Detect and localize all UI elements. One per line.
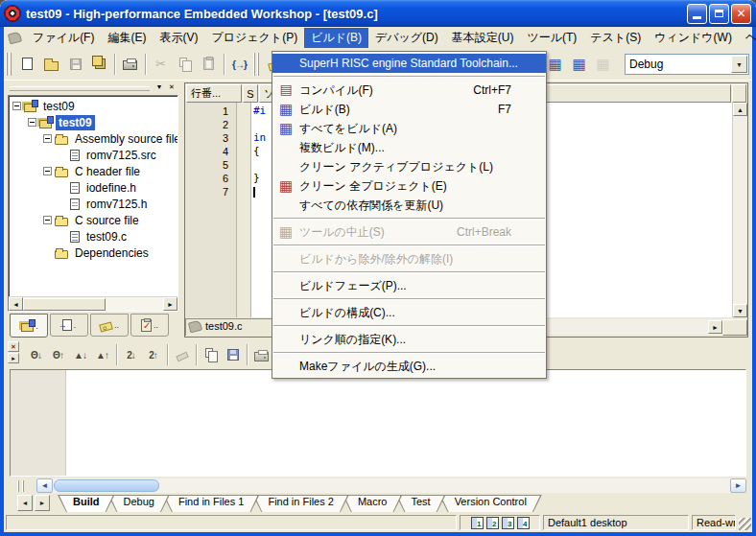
tree-expander[interactable] <box>12 102 21 110</box>
tree-item-iodefine-h[interactable]: iodefine.h <box>9 179 177 196</box>
desktop-layout-4-icon[interactable]: 4 <box>517 517 530 529</box>
desktop-layout-1-icon[interactable]: 1 <box>471 517 484 529</box>
build-menu-item[interactable]: Makeファイルの生成(G)... <box>272 357 546 376</box>
close-button[interactable]: ✕ <box>731 4 751 24</box>
scrollbar-thumb[interactable] <box>54 479 159 492</box>
panel-tab-test[interactable]: .. <box>130 314 169 337</box>
print-button[interactable] <box>250 344 272 366</box>
scrollbar-grip[interactable] <box>17 480 31 492</box>
desktop-layout-2-icon[interactable]: 2 <box>486 517 499 529</box>
print-button[interactable] <box>118 52 142 76</box>
tree-item-test09[interactable]: test09 <box>9 114 177 130</box>
output-tab-find-in-files-2[interactable]: Find in Files 2 <box>252 495 348 512</box>
cut-button[interactable] <box>149 52 173 76</box>
build-menu-item[interactable]: ツールの中止(S)Ctrl+Break <box>272 222 546 242</box>
build-menu-item[interactable]: ビルド(B)F7 <box>272 100 546 119</box>
tree-item-test09[interactable]: test09 <box>9 98 177 114</box>
toolbar-grip[interactable] <box>253 53 261 76</box>
panel-tab-templates[interactable]: .. <box>90 314 129 337</box>
output-tab-debug[interactable]: Debug <box>108 495 170 512</box>
build-menu-item[interactable]: ビルドフェーズ(P)... <box>272 276 546 295</box>
output-content[interactable] <box>10 369 746 477</box>
resize-grip[interactable] <box>739 518 751 530</box>
scroll-down-button[interactable]: ▼ <box>733 304 747 317</box>
desktop-layout-3-icon[interactable]: 3 <box>502 517 514 529</box>
maximize-button[interactable] <box>709 4 729 24</box>
output-tab-build[interactable]: Build <box>58 495 115 512</box>
workspace-panel-grip[interactable]: ▼ ✕ <box>8 82 178 95</box>
tree-item-romv7125-h[interactable]: romv7125.h <box>9 196 177 212</box>
open-folder-button[interactable] <box>39 52 63 76</box>
menu-help[interactable]: ヘルプ(H) <box>739 28 756 48</box>
menu-tools[interactable]: ツール(T) <box>520 28 583 48</box>
copy-button[interactable] <box>173 52 197 76</box>
tree-expander[interactable] <box>43 134 52 143</box>
output-close-button[interactable]: ✕ <box>8 341 19 352</box>
menu-test[interactable]: テスト(S) <box>583 28 648 48</box>
menu-file[interactable]: ファイル(F) <box>26 28 101 48</box>
build-menu-item[interactable]: ビルドの構成(C)... <box>272 303 546 322</box>
save-all-button[interactable] <box>87 52 111 76</box>
tree-expander[interactable] <box>43 216 52 224</box>
scrollbar-thumb[interactable] <box>23 298 106 311</box>
menu-debug[interactable]: デバッグ(D) <box>368 28 445 48</box>
build-menu-item[interactable]: SuperH RISC engine Standard Toolchain... <box>272 54 546 73</box>
tree-item-c-source-file[interactable]: C source file <box>9 212 177 228</box>
menu-build[interactable]: ビルド(B) <box>304 28 368 48</box>
output-horizontal-scrollbar[interactable]: ◄ ► <box>36 478 746 493</box>
match-braces-button[interactable] <box>227 52 251 76</box>
tree-item-romv7125-src[interactable]: romv7125.src <box>9 147 177 163</box>
tree-item-c-header-file[interactable]: C header file <box>9 163 177 179</box>
menu-view[interactable]: 表示(V) <box>153 28 204 48</box>
toolbar-grip[interactable] <box>6 53 13 76</box>
save-button[interactable] <box>222 344 244 366</box>
new-document-button[interactable] <box>15 52 39 76</box>
scroll-left-button[interactable]: ◄ <box>36 478 53 493</box>
menu-window[interactable]: ウィンドウ(W) <box>648 28 739 48</box>
build-menu-item[interactable]: リンク順の指定(K)... <box>272 330 546 349</box>
combo-dropdown-button[interactable]: ▼ <box>731 56 747 73</box>
tree-item-dependencies[interactable]: Dependencies <box>9 245 177 261</box>
scroll-left-button[interactable]: ◄ <box>9 297 23 311</box>
output-tab-find-in-files-1[interactable]: Find in Files 1 <box>163 495 259 512</box>
jump-prev-button[interactable] <box>142 344 164 366</box>
error-next-button[interactable] <box>25 344 47 366</box>
build-menu-item[interactable]: ビルドから除外/除外の解除(I) <box>272 249 546 268</box>
build-all-button[interactable] <box>567 53 591 77</box>
build-menu-item[interactable]: コンパイル(F)Ctrl+F7 <box>272 81 546 100</box>
tree-item-assembly-source-file[interactable]: Assembly source file <box>9 130 177 147</box>
panel-chevron-button[interactable]: ▼ <box>154 82 165 93</box>
scroll-right-button[interactable]: ► <box>163 297 177 311</box>
tab-scroll-left-button[interactable]: ◄ <box>17 495 33 511</box>
tree-horizontal-scrollbar[interactable]: ◄ ► <box>9 296 177 311</box>
build-menu-item[interactable]: すべての依存関係を更新(U) <box>272 196 546 215</box>
minimize-button[interactable] <box>687 4 707 24</box>
build-menu-item[interactable]: クリーン 全プロジェクト(E) <box>272 176 546 196</box>
panel-tab-navigation[interactable]: . <box>50 314 88 337</box>
scroll-right-button[interactable]: ► <box>730 478 746 493</box>
tree-item-test09-c[interactable]: test09.c <box>9 228 177 245</box>
editor-vertical-scrollbar[interactable]: ▲ ▼ <box>732 103 747 317</box>
menu-project[interactable]: プロジェクト(P) <box>204 28 304 48</box>
copy-button[interactable] <box>200 344 222 366</box>
build-menu-item[interactable]: クリーン アクティブプロジェクト(L) <box>272 157 546 176</box>
menu-edit[interactable]: 編集(E) <box>101 28 153 48</box>
warning-prev-button[interactable] <box>91 344 113 366</box>
menu-setup[interactable]: 基本設定(U) <box>445 28 521 48</box>
configuration-combo[interactable]: Debug ▼ <box>625 54 749 75</box>
paste-button[interactable] <box>197 52 221 76</box>
tool-stop-button[interactable] <box>591 53 615 77</box>
tree-expander[interactable] <box>43 167 52 175</box>
warning-next-button[interactable] <box>69 344 91 366</box>
build-menu-item[interactable]: すべてをビルド(A) <box>272 119 546 138</box>
file-tab-test09c[interactable]: test09.c <box>185 318 281 336</box>
save-button[interactable] <box>63 52 87 76</box>
output-expand-button[interactable]: ▸ <box>8 353 19 363</box>
scroll-right-button[interactable]: ► <box>708 320 722 334</box>
build-menu-item[interactable]: 複数ビルド(M)... <box>272 138 546 157</box>
breakpoint-gutter[interactable] <box>237 103 251 317</box>
scroll-up-button[interactable]: ▲ <box>733 103 747 116</box>
panel-close-button[interactable]: ✕ <box>166 82 177 93</box>
output-tab-macro[interactable]: Macro <box>343 495 403 512</box>
output-tab-version-control[interactable]: Version Control <box>439 495 542 512</box>
